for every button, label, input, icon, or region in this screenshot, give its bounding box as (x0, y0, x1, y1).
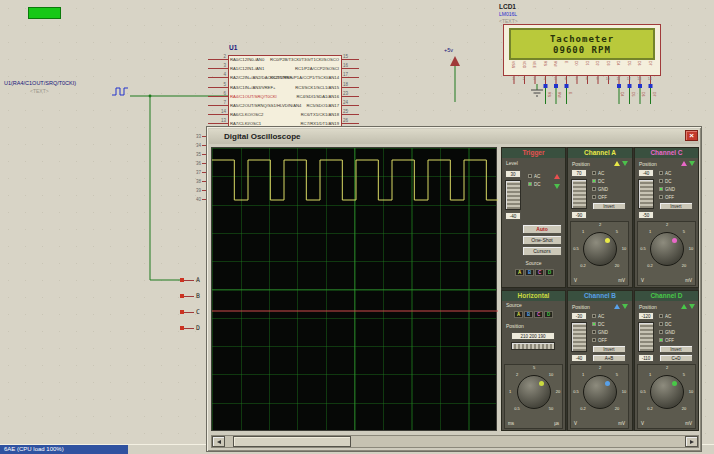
position-up-arrow[interactable] (681, 161, 687, 166)
trigger-title: Trigger (502, 148, 565, 158)
trigger-falling-edge-arrow[interactable] (554, 184, 560, 189)
horizontal-panel: Horizontal Source ABCD Position 210 200 … (501, 290, 566, 431)
option-ac[interactable]: AC (659, 169, 675, 177)
terminal-d[interactable]: D (180, 320, 200, 336)
trigger-source-label: Source (502, 260, 565, 266)
source-c[interactable]: C (534, 311, 543, 318)
close-icon[interactable]: × (685, 130, 698, 141)
channel-a-volts-knob-area: V mV 0.20.51251020 (570, 221, 629, 286)
channel-b-sum-button[interactable]: A+B (592, 354, 626, 362)
source-b[interactable]: B (524, 311, 533, 318)
horizontal-title: Horizontal (502, 291, 565, 301)
option-gnd[interactable]: GND (592, 328, 608, 336)
option-off[interactable]: OFF (659, 193, 675, 201)
option-ac[interactable]: AC (659, 312, 675, 320)
channel-b-volts-knob[interactable] (583, 375, 617, 409)
channel-c-panel: Channel C Position -40 -50 ACDCGNDOFF In… (634, 147, 699, 288)
option-dc[interactable]: DC (528, 180, 541, 188)
position-label: Position (639, 304, 657, 310)
source-d[interactable]: D (544, 311, 553, 318)
option-ac[interactable]: AC (592, 312, 608, 320)
chip-pin-25: RC6/TX1/CK1/AN1825 (231, 110, 373, 119)
position-down-arrow[interactable] (622, 304, 628, 309)
source-b[interactable]: B (525, 269, 534, 276)
channel-a-volts-knob[interactable] (583, 232, 617, 266)
chip-pin-23: RC4/SDI1/SDA1/AN1623 (231, 92, 373, 101)
chip-pin-39: 39 (186, 186, 206, 195)
lcd-pin-d3: D310 (603, 61, 614, 81)
channel-a-invert-button[interactable]: Invert (592, 202, 626, 210)
position-down-arrow[interactable] (689, 304, 695, 309)
position-down-arrow[interactable] (689, 161, 695, 166)
channel-b-volts-knob-area: V mV 0.20.51251020 (570, 364, 629, 429)
level-value-top: 30 (505, 170, 521, 178)
option-dc[interactable]: DC (592, 177, 608, 185)
channel-d-position-wheel[interactable] (638, 322, 654, 352)
option-ac[interactable]: AC (592, 169, 608, 177)
unit-right: mV (618, 421, 625, 426)
scroll-track[interactable] (225, 436, 685, 447)
scroll-left-arrow-icon[interactable] (212, 436, 225, 447)
chip-pin-16: RC1/P2A/CCP2/SOSCI16 (231, 64, 373, 73)
position-up-arrow[interactable] (681, 304, 687, 309)
terminal-c[interactable]: C (180, 304, 200, 320)
trigger-button-cursors[interactable]: Cursors (522, 246, 562, 256)
trigger-button-auto[interactable]: Auto (522, 224, 562, 234)
terminal-b[interactable]: B (180, 288, 200, 304)
option-off[interactable]: OFF (592, 336, 608, 344)
lcd-pins: VSS1VDD2VEE3RS4RW5E6D07D18D29D310D411D51… (508, 61, 655, 81)
chip-pin-38: 38 (186, 177, 206, 186)
option-dc[interactable]: DC (659, 177, 675, 185)
channel-b-invert-button[interactable]: Invert (592, 345, 626, 353)
timebase-knob[interactable] (517, 375, 551, 409)
channel-c-volts-knob[interactable] (650, 232, 684, 266)
channel-a-title: Channel A (568, 148, 632, 158)
position-label: Position (572, 304, 590, 310)
channel-a-position-wheel[interactable] (571, 179, 587, 209)
trigger-rising-edge-arrow[interactable] (554, 174, 560, 179)
status-message: 6AE (CPU load 100%) (0, 445, 128, 454)
unit-right: mV (618, 278, 625, 283)
option-ac[interactable]: AC (528, 172, 541, 180)
trigger-level-wheel[interactable] (505, 180, 521, 210)
source-a[interactable]: A (514, 311, 523, 318)
option-gnd[interactable]: GND (659, 185, 675, 193)
position-up-arrow[interactable] (614, 161, 620, 166)
channel-c-invert-button[interactable]: Invert (659, 202, 693, 210)
channel-d-sum-button[interactable]: C+D (659, 354, 693, 362)
position-value-bottom: -90 (571, 211, 587, 219)
source-c[interactable]: C (535, 269, 544, 276)
scroll-right-arrow-icon[interactable] (685, 436, 698, 447)
position-up-arrow[interactable] (614, 304, 620, 309)
option-off[interactable]: OFF (592, 193, 608, 201)
scroll-thumb[interactable] (233, 436, 351, 447)
horizontal-position-value: 210 200 190 (511, 332, 555, 340)
channel-c-position-wheel[interactable] (638, 179, 654, 209)
channel-b-position-wheel[interactable] (571, 322, 587, 352)
source-a[interactable]: A (515, 269, 524, 276)
unit-left: V (641, 278, 644, 283)
option-off[interactable]: OFF (659, 336, 675, 344)
scope-trace-svg (212, 148, 498, 432)
chip-right-pins: RC0/P2B/T3CKI/T3G/T1CKI/SOSCO15RC1/P2A/C… (231, 55, 373, 129)
scope-terminals: ABCD (180, 272, 200, 336)
channel-d-invert-button[interactable]: Invert (659, 345, 693, 353)
knob-pointer (605, 381, 610, 386)
option-gnd[interactable]: GND (659, 328, 675, 336)
source-d[interactable]: D (545, 269, 554, 276)
option-dc[interactable]: DC (659, 320, 675, 328)
position-down-arrow[interactable] (622, 161, 628, 166)
lcd-pin-d0: D07 (571, 61, 582, 81)
horizontal-position-wheel[interactable] (511, 342, 555, 350)
scope-h-scrollbar[interactable] (211, 435, 699, 448)
chip-pin-34: 34 (186, 141, 206, 150)
option-dc[interactable]: DC (592, 320, 608, 328)
window-titlebar[interactable]: Digital Oscilloscope (209, 129, 699, 144)
position-value-top: -120 (638, 312, 654, 320)
green-component[interactable] (28, 7, 61, 19)
terminal-a[interactable]: A (180, 272, 200, 288)
option-gnd[interactable]: GND (592, 185, 608, 193)
lcd-pin-vss: VSS1 (508, 61, 519, 81)
trigger-button-one-shot[interactable]: One-Shot (522, 235, 562, 245)
channel-d-volts-knob[interactable] (650, 375, 684, 409)
